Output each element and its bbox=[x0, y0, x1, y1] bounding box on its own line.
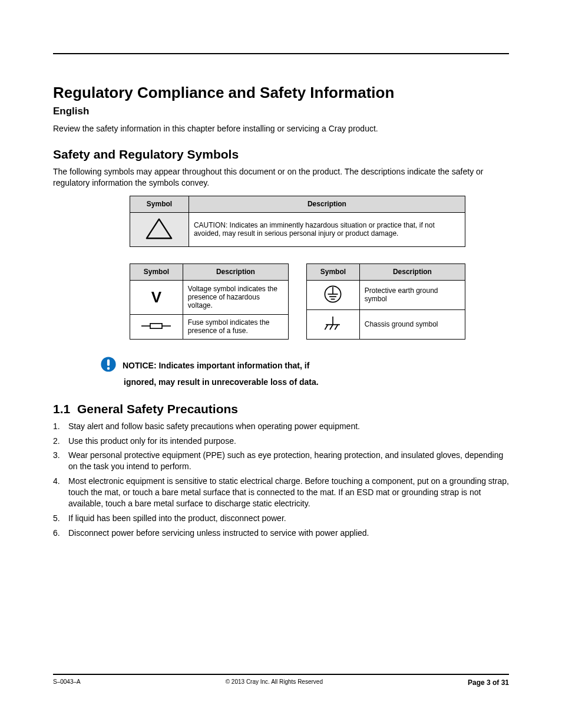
footer-page-number: Page 3 of 31 bbox=[468, 678, 509, 687]
bullet-text: Disconnect power before servicing unless… bbox=[68, 528, 509, 539]
caution-triangle-icon bbox=[130, 212, 189, 246]
bullet-item: 1.Stay alert and follow basic safety pre… bbox=[53, 421, 509, 432]
col-header: Symbol bbox=[130, 196, 189, 212]
col-header: Description bbox=[359, 263, 465, 280]
symbol-description: Chassis ground symbol bbox=[359, 309, 465, 339]
col-header: Description bbox=[183, 263, 288, 280]
svg-marker-0 bbox=[147, 219, 171, 238]
col-header: Symbol bbox=[130, 263, 183, 280]
notice-exclamation-icon bbox=[100, 356, 117, 375]
left-symbols-table: Symbol Description V Voltage symbol indi… bbox=[130, 263, 289, 340]
bullet-text: Wear personal protective equipment (PPE)… bbox=[68, 450, 509, 472]
protective-earth-ground-icon bbox=[307, 280, 360, 309]
bullet-item: 5.If liquid has been spilled into the pr… bbox=[53, 513, 509, 524]
symbol-description: Fuse symbol indicates the presence of a … bbox=[183, 314, 288, 339]
bullet-item: 2.Use this product only for its intended… bbox=[53, 436, 509, 447]
bullet-text: Most electronic equipment is sensitive t… bbox=[68, 476, 509, 509]
page-title: Regulatory Compliance and Safety Informa… bbox=[53, 84, 509, 102]
svg-line-12 bbox=[330, 324, 333, 330]
notice-text-line2: ignored, may result in unrecoverable los… bbox=[124, 377, 509, 387]
svg-line-13 bbox=[335, 324, 338, 330]
svg-rect-2 bbox=[150, 324, 162, 328]
voltage-icon: V bbox=[130, 280, 183, 314]
section-number: 1.1 bbox=[53, 402, 70, 416]
bullet-item: 6.Disconnect power before servicing unle… bbox=[53, 528, 509, 539]
notice-text-line1: NOTICE: Indicates important information … bbox=[123, 361, 309, 370]
col-header: Symbol bbox=[307, 263, 360, 280]
section-heading: 1.1 General Safety Precautions bbox=[53, 402, 509, 416]
symbol-description: CAUTION: Indicates an imminently hazardo… bbox=[189, 212, 465, 246]
footer-doc-id: S–0043–A bbox=[53, 678, 81, 687]
col-header: Description bbox=[189, 196, 465, 212]
bullet-text: Use this product only for its intended p… bbox=[68, 436, 509, 447]
svg-line-11 bbox=[325, 324, 328, 330]
right-symbols-table: Symbol Description Protective earth gro bbox=[306, 263, 465, 340]
intro-paragraph: Review the safety information in this ch… bbox=[53, 123, 509, 134]
chassis-ground-icon bbox=[307, 309, 360, 339]
footer-copyright: © 2013 Cray Inc. All Rights Reserved bbox=[226, 678, 323, 687]
safety-heading: Safety and Regulatory Symbols bbox=[53, 147, 509, 162]
section-title: General Safety Precautions bbox=[77, 402, 238, 416]
symbol-description: Voltage symbol indicates the presence of… bbox=[183, 280, 288, 314]
symbol-description: Protective earth ground symbol bbox=[359, 280, 465, 309]
fuse-icon bbox=[130, 314, 183, 339]
bullet-item: 3.Wear personal protective equipment (PP… bbox=[53, 450, 509, 472]
bottom-rule bbox=[53, 674, 509, 675]
safety-paragraph: The following symbols may appear through… bbox=[53, 166, 509, 189]
svg-point-16 bbox=[107, 367, 110, 369]
language-label: English bbox=[53, 106, 509, 117]
bullet-text: If liquid has been spilled into the prod… bbox=[68, 513, 509, 524]
bullet-item: 4.Most electronic equipment is sensitive… bbox=[53, 476, 509, 509]
main-symbols-table: Symbol Description CAUTION: Indicates an… bbox=[130, 196, 465, 247]
svg-rect-15 bbox=[107, 359, 110, 365]
top-rule bbox=[53, 53, 509, 54]
bullet-text: Stay alert and follow basic safety preca… bbox=[68, 421, 509, 432]
